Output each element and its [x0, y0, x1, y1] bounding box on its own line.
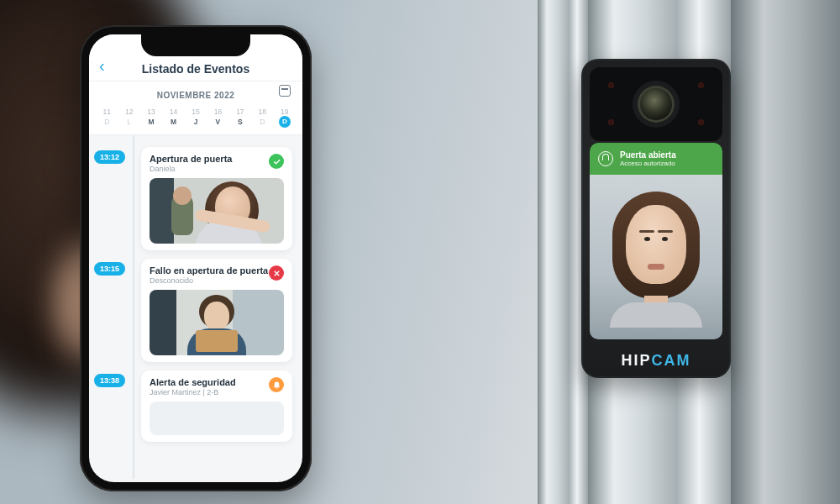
device-screen[interactable]: Puerta abierta Acceso autorizado [590, 143, 722, 339]
metal-column [538, 0, 588, 504]
cal-day-num: 11 [96, 107, 118, 117]
calendar-icon[interactable] [279, 85, 291, 97]
event-time: 13:38 [94, 374, 125, 387]
timeline-rail [133, 135, 134, 479]
event-title: Fallo en apertura de puerta [150, 265, 268, 276]
event-thumbnail[interactable] [150, 402, 284, 435]
status-success-icon [269, 154, 284, 169]
ir-led-icon [698, 82, 704, 88]
brand-left: HIP [621, 352, 651, 369]
back-button[interactable]: ‹ [99, 56, 105, 76]
unlock-icon [598, 151, 613, 166]
event-title: Apertura de puerta [150, 154, 232, 164]
cal-dow: L [118, 117, 139, 128]
status-subtitle: Acceso autorizado [620, 160, 676, 168]
cal-dow-current[interactable]: D [279, 116, 291, 128]
event-item[interactable]: 13:12 Apertura de puerta Daniela [141, 147, 292, 250]
access-status-bar: Puerta abierta Acceso autorizado [590, 143, 722, 175]
phone-screen: ‹ Listado de Eventos NOVIEMBRE 2022 11 1… [89, 34, 302, 482]
cal-day-num: 16 [207, 107, 228, 117]
cal-dow: D [96, 117, 118, 128]
ir-led-icon [698, 119, 704, 125]
status-fail-icon [269, 265, 284, 281]
calendar-strip[interactable]: 11 12 13 14 15 16 17 18 19 D L M M J V S… [89, 103, 302, 135]
month-label: NOVIEMBRE 2022 [157, 91, 235, 100]
phone-notch [141, 34, 250, 56]
event-item[interactable]: 13:38 Alerta de seguridad Javier Martine… [141, 370, 292, 442]
hipcam-device: Puerta abierta Acceso autorizado HIPCAM [581, 59, 731, 378]
event-card[interactable]: Apertura de puerta Daniela [141, 147, 292, 250]
event-card[interactable]: Alerta de seguridad Javier Martinez | 2-… [141, 370, 292, 442]
cal-day-num: 18 [251, 107, 273, 117]
cal-day-num: 12 [118, 107, 139, 117]
event-thumbnail[interactable] [150, 178, 284, 244]
phone-mockup: ‹ Listado de Eventos NOVIEMBRE 2022 11 1… [80, 25, 312, 491]
event-thumbnail[interactable] [150, 290, 284, 355]
status-title: Puerta abierta [620, 150, 676, 160]
cal-dow: M [162, 117, 184, 128]
cal-dow: D [251, 117, 273, 128]
cal-dow: V [207, 117, 228, 128]
event-subtitle: Desconocido [150, 276, 268, 285]
device-brand: HIPCAM [581, 352, 731, 370]
camera-lens-icon [638, 86, 675, 123]
event-subtitle: Daniela [150, 165, 232, 173]
metal-column [731, 0, 840, 504]
cal-day-num: 17 [229, 107, 251, 117]
recognized-face [606, 186, 706, 321]
month-selector[interactable]: NOVIEMBRE 2022 [89, 81, 302, 103]
event-card[interactable]: Fallo en apertura de puerta Desconocido [141, 259, 292, 362]
event-title: Alerta de seguridad [150, 377, 236, 387]
camera-feed [590, 175, 722, 339]
ir-led-icon [608, 82, 614, 88]
event-timeline[interactable]: 13:12 Apertura de puerta Daniela [89, 135, 302, 479]
event-item[interactable]: 13:15 Fallo en apertura de puerta Descon… [141, 259, 292, 362]
status-alert-icon [269, 377, 284, 392]
ir-led-icon [608, 119, 614, 125]
cal-dow: J [185, 117, 207, 128]
event-time: 13:12 [94, 150, 125, 164]
cal-day-num: 15 [185, 107, 207, 117]
event-time: 13:15 [94, 262, 125, 276]
cal-dow: S [229, 117, 251, 128]
event-subtitle: Javier Martinez | 2-B [150, 388, 236, 396]
device-camera-module [590, 67, 722, 141]
brand-right: CAM [652, 352, 691, 369]
cal-dow: M [140, 117, 162, 128]
cal-day-num: 14 [162, 107, 184, 117]
cal-day-num: 13 [140, 107, 162, 117]
page-title: Listado de Eventos [142, 62, 249, 76]
